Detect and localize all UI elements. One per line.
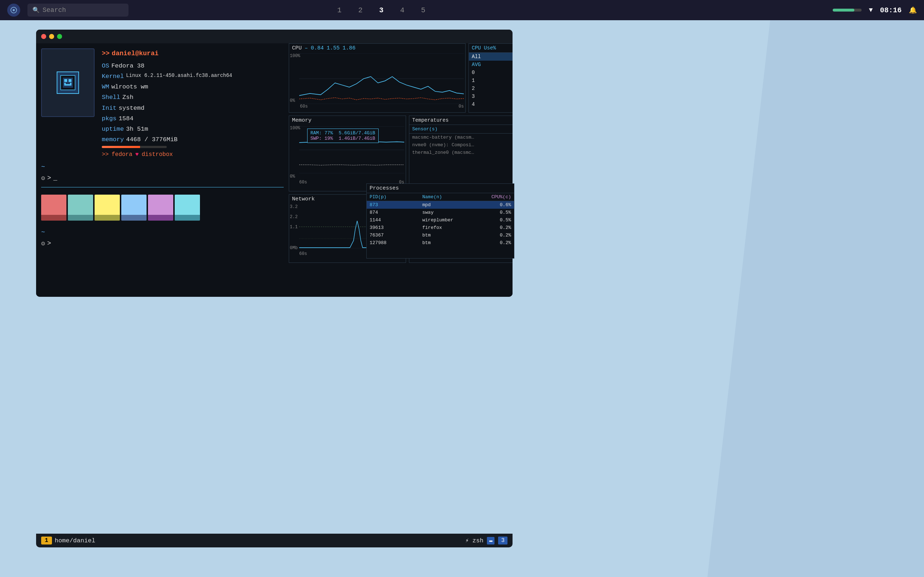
footer-left: fedora xyxy=(111,150,132,160)
cpu-use-row-0: 04% xyxy=(469,69,513,77)
pkgs-label: pkgs xyxy=(102,114,117,124)
svg-rect-9 xyxy=(70,83,71,85)
neofetch-footer: >> fedora ♥ distrobox xyxy=(102,150,232,160)
swatch-3-top xyxy=(95,195,120,215)
swatch-5-bottom xyxy=(148,215,173,221)
workspace-4[interactable]: 4 xyxy=(397,5,407,16)
swatch-5-top xyxy=(148,195,173,215)
tab-number: 1 xyxy=(41,537,52,545)
swatch-2-bottom xyxy=(68,215,93,221)
processes-panel-outer: Processes PID(p) Name(n) CPU%(c) 873 mpd… xyxy=(366,184,514,258)
swatch-2 xyxy=(68,195,93,221)
svg-rect-6 xyxy=(69,79,71,82)
neofetch-section: >> daniel@kurai OS Fedora 38 Kernel Linu… xyxy=(41,48,284,160)
cpu-max-pct: 100% xyxy=(290,53,300,58)
shell-label: Shell xyxy=(102,92,120,102)
notification-bell-icon[interactable]: 🔔 xyxy=(909,6,917,14)
memory-value: 4468 / 3776MiB xyxy=(126,135,178,144)
maximize-button[interactable] xyxy=(57,34,62,39)
app-logo[interactable] xyxy=(7,3,20,17)
proc-row-1[interactable]: 873 mpd 0.6% xyxy=(367,201,514,209)
search-bar[interactable]: 🔍 Search xyxy=(27,3,129,17)
wifi-icon: ▼ xyxy=(869,6,873,14)
close-button[interactable] xyxy=(41,34,46,39)
prompt-arrow-icon: >> xyxy=(102,48,110,59)
net-mid2: 1.1 xyxy=(290,225,298,230)
net-time-start: 60s xyxy=(299,251,307,256)
memory-panel: Memory 100% 0% 60s 0s xyxy=(289,116,406,191)
swatch-6-top xyxy=(175,195,200,215)
status-left: 1 home/daniel xyxy=(41,537,95,545)
terminal-divider xyxy=(41,187,284,187)
swatch-1-top xyxy=(41,195,66,215)
temperatures-panel: Temperatures Sensor(s) Temp(t) macsmc-ba… xyxy=(409,116,513,191)
swatch-1 xyxy=(41,195,66,221)
memory-bar-fill xyxy=(102,146,140,148)
neofetch-init-row: Init systemd xyxy=(102,103,232,113)
neofetch-info: >> daniel@kurai OS Fedora 38 Kernel Linu… xyxy=(102,48,232,160)
session-number: 3 xyxy=(498,537,508,545)
window-titlebar xyxy=(36,30,513,44)
cpu-use-row-avg: AVG 3% xyxy=(469,61,513,69)
proc-row-5: 76367 btm 0.2% xyxy=(367,232,514,239)
topbar: 🔍 Search 1 2 3 4 5 ▼ 08:16 🔔 xyxy=(0,0,924,20)
workspace-3[interactable]: 3 xyxy=(376,5,386,16)
monitor-area: CPU – 0.84 1.55 1.86 100% 0% 60s 0s xyxy=(289,44,513,297)
memory-info-box: RAM: 77% 5.6GiB/7.4GiB SWP: 19% 1.4GiB/7… xyxy=(307,129,379,143)
proc-row-2: 874 sway 0.5% xyxy=(367,209,514,216)
search-input[interactable]: Search xyxy=(43,6,115,14)
topbar-right: ▼ 08:16 🔔 xyxy=(833,6,917,15)
mem-max-pct: 100% xyxy=(290,126,300,131)
uptime-value: 3h 51m xyxy=(126,124,148,134)
battery-fill xyxy=(833,9,854,11)
init-value: systemd xyxy=(119,103,145,113)
neofetch-logo xyxy=(41,48,95,117)
color-swatches xyxy=(41,195,284,221)
svg-point-1 xyxy=(13,9,15,11)
wm-label: WM xyxy=(102,82,109,92)
cpu-use-panel: CPU Use% All AVG 3% 04% 13% 26% xyxy=(469,44,513,113)
minimize-button[interactable] xyxy=(49,34,54,39)
workspace-1[interactable]: 1 xyxy=(334,5,344,16)
memory-bar-bg xyxy=(102,146,167,148)
shell-value: Zsh xyxy=(122,92,133,102)
neofetch-uptime-row: uptime 3h 51m xyxy=(102,124,232,134)
cpu-use-row-2: 26% xyxy=(469,84,513,92)
cpu-time-end: 0s xyxy=(459,104,464,109)
prompt-line-4: ⚙ > xyxy=(41,239,284,247)
neofetch-wm-row: WM wlroots wm xyxy=(102,82,232,92)
os-label: OS xyxy=(102,61,109,71)
shell-name: zsh xyxy=(472,537,484,544)
uptime-label: uptime xyxy=(102,124,124,134)
mem-min-pct: 0% xyxy=(290,174,295,179)
current-path: home/daniel xyxy=(55,537,95,544)
swatch-3-bottom xyxy=(95,215,120,221)
temp-row-1: macsmc-battery (macsm… 36°C xyxy=(409,134,513,141)
workspace-5[interactable]: 5 xyxy=(418,5,428,16)
swatch-6 xyxy=(175,195,200,221)
battery-bar xyxy=(833,9,861,11)
swatch-6-bottom xyxy=(175,215,200,221)
neofetch-memory-row: memory 4468 / 3776MiB xyxy=(102,135,232,144)
memory-panel-title: Memory xyxy=(289,116,406,125)
battery-indicator xyxy=(833,9,861,11)
cpu-panel-title: CPU – 0.84 1.55 1.86 xyxy=(289,44,465,53)
heart-icon: ♥ xyxy=(135,150,139,160)
swatch-4-top xyxy=(121,195,146,215)
cpu-time-start: 60s xyxy=(300,104,308,109)
net-max: 3.2 xyxy=(290,205,298,210)
temp-row-3: thermal_zone0 (macsmc… 36°C xyxy=(409,149,513,156)
processes-columns: PID(p) Name(n) CPU%(c) xyxy=(367,193,514,201)
svg-rect-5 xyxy=(64,79,67,82)
footer-right: distrobox xyxy=(141,150,172,160)
proc-row-3: 1144 wireplumber 0.5% xyxy=(367,216,514,224)
kernel-value: Linux 6.2.11-450.asahi.fc38.aarch64 xyxy=(126,71,232,81)
cpu-use-row-all[interactable]: All xyxy=(469,53,513,61)
prompt-line-3: ~ xyxy=(41,229,284,236)
memory-graph: 100% 0% 60s 0s xyxy=(289,125,406,186)
terminal-status-bar: 1 home/daniel ⚡ zsh ▬ 3 xyxy=(36,533,513,547)
workspace-2[interactable]: 2 xyxy=(355,5,365,16)
cpu-use-row-1: 13% xyxy=(469,77,513,84)
cpu-panel: CPU – 0.84 1.55 1.86 100% 0% 60s 0s xyxy=(289,44,466,113)
workspace-tabs: 1 2 3 4 5 xyxy=(334,5,428,16)
